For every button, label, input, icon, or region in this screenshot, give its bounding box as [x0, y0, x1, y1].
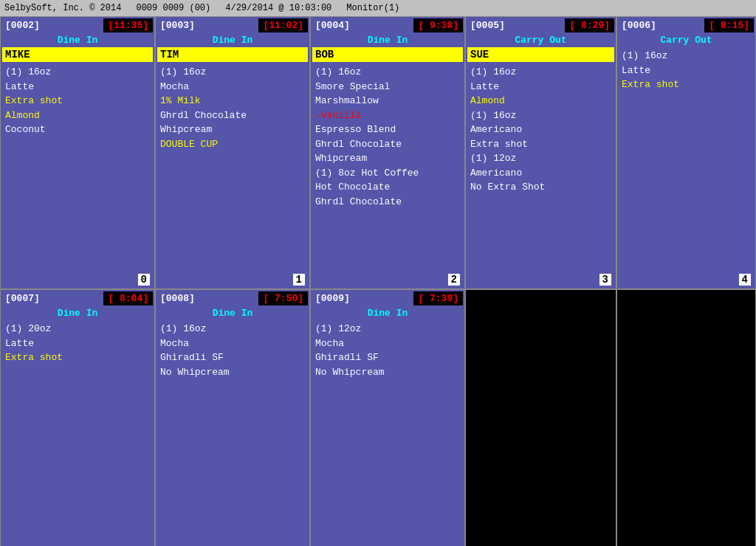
order-line: Ghrdl Chocolate [315, 195, 460, 210]
customer-name: MIKE [2, 47, 153, 62]
order-line: (1) 16oz [5, 65, 150, 80]
datetime-label: 4/29/2014 @ 10:03:00 [225, 3, 331, 13]
customer-name: TIM [157, 47, 308, 62]
order-line: No Whipcream [315, 365, 460, 380]
cell-header: [0009][ 7:39] [311, 290, 464, 306]
order-line: Ghrdl Chocolate [315, 137, 460, 152]
cell-type: Dine In [311, 306, 464, 320]
order-cell-8 [465, 289, 616, 546]
cell-id: [0002] [2, 18, 43, 32]
cell-header: [0002][11:35] [1, 17, 154, 33]
cell-id: [0009] [312, 291, 353, 305]
order-line: Extra shot [5, 94, 150, 108]
order-body: (1) 20ozLatteExtra shot [1, 320, 154, 546]
order-line: Smore Special [315, 80, 460, 94]
cell-id: [0007] [2, 291, 43, 305]
order-line: (1) 16oz [470, 108, 611, 123]
order-line: No Whipcream [160, 365, 305, 380]
customer-name: SUE [467, 47, 614, 62]
cell-timer: [11:02] [258, 18, 308, 32]
order-line: Mocha [315, 336, 460, 351]
cell-timer: [ 8:15] [704, 18, 754, 32]
cell-type: Dine In [156, 33, 309, 47]
cell-id: [0005] [467, 18, 508, 32]
cell-id: [0004] [312, 18, 353, 32]
order-body: (1) 16ozLatteAlmond(1) 16ozAmericanoExtr… [466, 63, 616, 288]
order-line: -Vanilla [315, 108, 460, 123]
order-body: (1) 16ozMochaGhiradli SFNo Whipcream [156, 320, 309, 546]
order-line: Hot Chocolate [315, 180, 460, 195]
order-line: (1) 12oz [315, 322, 460, 336]
order-line: Espresso Blend [315, 122, 460, 137]
order-line: Latte [622, 63, 751, 78]
order-body: (1) 16ozSmore SpecialMarshmallow-Vanilla… [311, 63, 464, 288]
order-line: Ghiradli SF [160, 350, 305, 365]
order-line: Coconut [5, 122, 150, 137]
cell-timer: [ 8:29] [565, 18, 614, 32]
order-line: (1) 12oz [470, 151, 611, 166]
order-grid: [0002][11:35]Dine InMIKE(1) 16ozLatteExt… [0, 16, 756, 546]
cell-id: [0003] [157, 18, 198, 32]
order-line: Ghiradli SF [315, 350, 460, 365]
cell-header: [0006][ 8:15] [617, 17, 755, 33]
cell-id: [0008] [157, 291, 198, 305]
order-line: Americano [470, 122, 611, 137]
order-body: (1) 16ozMocha1% MilkGhrdl ChocolateWhipc… [156, 63, 309, 288]
order-line: Whipcream [160, 122, 305, 137]
order-line: Americano [470, 166, 611, 181]
cell-type: Dine In [156, 306, 309, 320]
order-line: 1% Milk [160, 94, 305, 108]
order-line: Whipcream [315, 151, 460, 166]
cell-number: 4 [739, 274, 751, 286]
company-label: SelbySoft, Inc. © 2014 [4, 3, 121, 13]
cell-header: [0003][11:02] [156, 17, 309, 33]
cell-type: Dine In [1, 33, 154, 47]
cell-timer: [ 7:39] [413, 291, 463, 305]
order-line: DOUBLE CUP [160, 137, 305, 152]
order-line: Marshmallow [315, 94, 460, 108]
order-line: (1) 16oz [315, 65, 460, 80]
order-line: Extra shot [622, 77, 751, 92]
order-line: (1) 16oz [622, 49, 751, 63]
order-line: (1) 16oz [160, 65, 305, 80]
order-line: Almond [5, 108, 150, 123]
order-line: Extra shot [470, 137, 611, 152]
cell-timer: [ 9:38] [413, 18, 463, 32]
order-cell-5: [0007][ 8:04]Dine In(1) 20ozLatteExtra s… [0, 289, 155, 546]
order-cell-4: [0006][ 8:15]Carry Out(1) 16ozLatteExtra… [616, 16, 756, 289]
cell-number: 2 [448, 274, 460, 286]
order-cell-1: [0003][11:02]Dine InTIM(1) 16ozMocha1% M… [155, 16, 310, 289]
order-line: Latte [5, 80, 150, 94]
cell-id: [0006] [619, 18, 659, 32]
order-line: Almond [470, 94, 611, 108]
order-line: Extra shot [5, 350, 150, 365]
order-cell-6: [0008][ 7:50]Dine In(1) 16ozMochaGhiradl… [155, 289, 310, 546]
cell-timer: [11:35] [103, 18, 153, 32]
order-body: (1) 12ozMochaGhiradli SFNo Whipcream [311, 320, 464, 546]
order-line: (1) 16oz [160, 322, 305, 336]
order-line: Mocha [160, 80, 305, 94]
customer-name: BOB [312, 47, 463, 62]
cell-header: [0007][ 8:04] [1, 290, 154, 306]
order-line: Mocha [160, 336, 305, 351]
order-cell-2: [0004][ 9:38]Dine InBOB(1) 16ozSmore Spe… [310, 16, 465, 289]
monitor-label: Monitor(1) [346, 3, 399, 13]
cell-type: Dine In [311, 33, 464, 47]
order-line: Ghrdl Chocolate [160, 108, 305, 123]
cell-type: Dine In [1, 306, 154, 320]
cell-number: 3 [599, 274, 611, 286]
cell-header: [0005][ 8:29] [466, 17, 616, 33]
order-line: (1) 16oz [470, 65, 611, 80]
cell-timer: [ 8:04] [103, 291, 153, 305]
cell-header: [0004][ 9:38] [311, 17, 464, 33]
order-body: (1) 16ozLatteExtra shot [617, 47, 755, 288]
cell-number: 1 [293, 274, 305, 286]
cell-timer: [ 7:50] [258, 291, 308, 305]
order-cell-9 [616, 289, 756, 546]
order-cell-7: [0009][ 7:39]Dine In(1) 12ozMochaGhiradl… [310, 289, 465, 546]
order-body: (1) 16ozLatteExtra shotAlmondCoconut [1, 63, 154, 288]
top-bar: SelbySoft, Inc. © 2014 0009 0009 (00) 4/… [0, 0, 756, 16]
order-cell-3: [0005][ 8:29]Carry OutSUE(1) 16ozLatteAl… [465, 16, 616, 289]
order-line: No Extra Shot [470, 180, 611, 195]
order-line: Latte [5, 336, 150, 351]
